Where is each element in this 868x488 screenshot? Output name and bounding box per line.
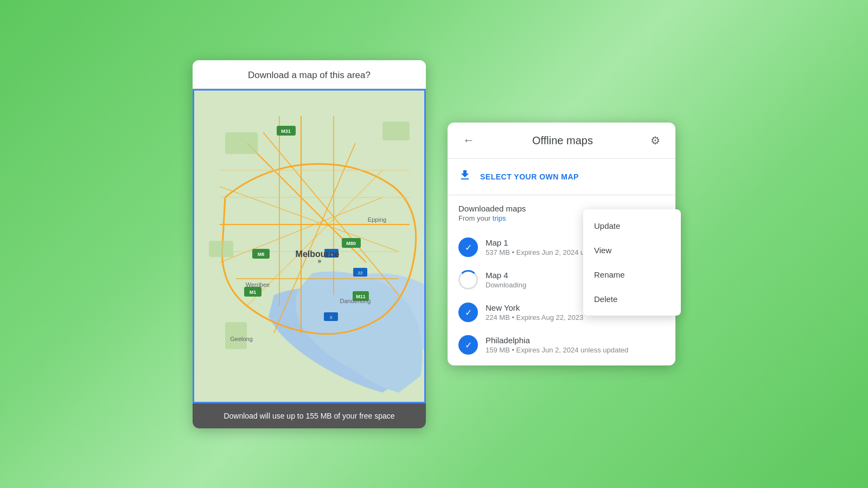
subtitle-prefix: From your [458, 214, 493, 222]
map-status-icon-3: ✓ [458, 303, 478, 322]
check-icon: ✓ [465, 242, 472, 253]
map-item-sub-4: 159 MB • Expires Jun 2, 2024 unless upda… [486, 346, 665, 354]
svg-point-41 [258, 288, 260, 291]
svg-rect-18 [382, 121, 410, 140]
svg-text:M31: M31 [281, 129, 291, 134]
context-menu-update[interactable]: Update [583, 214, 681, 238]
phone-footer: Download will use up to 155 MB of your f… [193, 403, 426, 428]
svg-text:3: 3 [330, 315, 333, 320]
panel-title: Offline maps [532, 134, 593, 147]
download-icon [458, 169, 471, 185]
phone-panel: Download a map of this area? [193, 60, 426, 428]
map-status-icon-4: ✓ [458, 335, 478, 355]
svg-text:Geelong: Geelong [230, 336, 253, 342]
select-own-map-label: SELECT YOUR OWN MAP [480, 172, 579, 181]
panel-header: ← Offline maps ⚙ [448, 123, 675, 159]
svg-text:M8: M8 [258, 252, 265, 257]
phone-header: Download a map of this area? [193, 60, 426, 89]
svg-text:Melbourne: Melbourne [296, 249, 340, 259]
svg-text:M1: M1 [250, 290, 257, 295]
map-container: M31 M80 M8 M1 M11 32 22 3 Melbourne [193, 89, 426, 403]
svg-text:Epping: Epping [368, 216, 386, 223]
context-menu-view[interactable]: View [583, 238, 681, 262]
context-menu-delete[interactable]: Delete [583, 287, 681, 311]
svg-text:M80: M80 [346, 241, 356, 246]
map-image: M31 M80 M8 M1 M11 32 22 3 Melbourne [193, 89, 426, 403]
context-menu: Update View Rename Delete [583, 209, 681, 316]
svg-point-38 [318, 260, 321, 263]
svg-text:Werribee: Werribee [246, 281, 270, 288]
svg-rect-17 [225, 132, 258, 154]
offline-maps-panel: ← Offline maps ⚙ SELECT YOUR OWN MAP Dow… [448, 123, 675, 365]
svg-text:Dandenong: Dandenong [340, 298, 371, 304]
back-button[interactable]: ← [458, 131, 479, 150]
check-icon-4: ✓ [465, 340, 472, 350]
settings-button[interactable]: ⚙ [646, 132, 665, 149]
map-status-icon-1: ✓ [458, 237, 478, 257]
download-prompt-title: Download a map of this area? [248, 70, 371, 80]
select-own-map-row[interactable]: SELECT YOUR OWN MAP [448, 159, 675, 195]
trips-link[interactable]: trips [493, 214, 506, 222]
check-icon-3: ✓ [465, 307, 472, 318]
download-size-text: Download will use up to 155 MB of your f… [224, 412, 394, 420]
map-item-4: ✓ Philadelphia 159 MB • Expires Jun 2, 2… [448, 329, 675, 361]
svg-text:22: 22 [358, 271, 363, 275]
context-menu-rename[interactable]: Rename [583, 262, 681, 287]
map-item-info-4: Philadelphia 159 MB • Expires Jun 2, 202… [486, 336, 665, 354]
map-item-name-4: Philadelphia [486, 336, 665, 345]
svg-rect-19 [209, 241, 233, 257]
map-status-icon-2 [458, 270, 478, 290]
